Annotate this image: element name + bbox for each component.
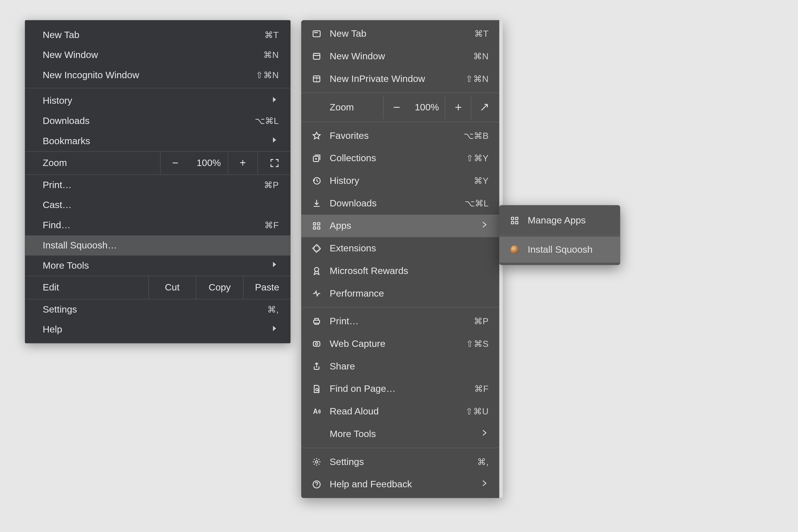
edge-print[interactable]: Print… ⌘P — [301, 310, 499, 333]
edge-zoom-plus[interactable] — [445, 95, 471, 119]
new-tab-icon — [311, 29, 323, 39]
edge-downloads-label: Downloads — [329, 198, 457, 209]
chrome-settings[interactable]: Settings ⌘, — [25, 300, 291, 320]
edge-settings-label: Settings — [329, 456, 470, 467]
print-icon — [311, 317, 323, 326]
chevron-right-icon — [270, 324, 279, 335]
edge-find-on-page[interactable]: Find on Page… ⌘F — [301, 378, 499, 400]
svg-point-19 — [316, 486, 317, 487]
minus-icon — [392, 103, 401, 112]
chrome-more-tools-label: More Tools — [42, 261, 263, 271]
minus-icon: − — [172, 157, 178, 169]
chrome-edit-label: Edit — [25, 277, 148, 299]
edge-new-tab[interactable]: New Tab ⌘T — [301, 23, 499, 45]
edge-more-tools[interactable]: More Tools — [301, 423, 499, 445]
edge-settings-shortcut: ⌘, — [477, 456, 489, 467]
chrome-zoom-plus[interactable]: + — [228, 152, 257, 174]
chrome-new-incognito-window[interactable]: New Incognito Window ⇧⌘N — [25, 65, 291, 86]
chevron-right-icon — [270, 95, 279, 106]
edge-new-inprivate-shortcut: ⇧⌘N — [466, 73, 489, 84]
star-icon — [311, 131, 323, 141]
chrome-bookmarks[interactable]: Bookmarks — [25, 131, 291, 151]
edge-new-tab-label: New Tab — [329, 28, 467, 39]
edge-web-capture-label: Web Capture — [329, 339, 459, 349]
edge-settings[interactable]: Settings ⌘, — [301, 451, 499, 473]
edge-share[interactable]: Share — [301, 355, 499, 378]
chrome-bookmarks-label: Bookmarks — [42, 136, 263, 146]
edge-print-shortcut: ⌘P — [474, 316, 489, 327]
svg-point-2 — [316, 33, 316, 33]
chrome-new-tab[interactable]: New Tab ⌘T — [25, 25, 291, 45]
plus-icon — [453, 103, 463, 112]
edge-zoom-minus[interactable] — [383, 95, 409, 119]
edge-help-and-feedback[interactable]: Help and Feedback — [301, 473, 499, 496]
chrome-menu[interactable]: New Tab ⌘T New Window ⌘N New Incognito W… — [25, 20, 291, 343]
chrome-history[interactable]: History — [25, 91, 291, 111]
svg-rect-0 — [313, 31, 320, 37]
chrome-cast-label: Cast… — [42, 200, 279, 210]
help-icon — [311, 480, 323, 489]
edge-zoom-value: 100% — [409, 102, 445, 113]
chrome-fullscreen[interactable] — [257, 152, 290, 174]
divider — [301, 93, 499, 93]
edge-new-inprivate-label: New InPrivate Window — [329, 73, 458, 84]
chrome-zoom-minus[interactable]: − — [160, 152, 190, 174]
chrome-print[interactable]: Print… ⌘P — [25, 175, 291, 195]
edge-performance[interactable]: Performance — [301, 282, 499, 305]
edge-favorites-shortcut: ⌥⌘B — [464, 130, 489, 141]
edge-downloads[interactable]: Downloads ⌥⌘L — [301, 192, 499, 215]
divider — [25, 88, 291, 88]
chrome-install-squoosh[interactable]: Install Squoosh… — [25, 235, 291, 255]
chevron-right-icon — [270, 261, 279, 271]
chrome-cast[interactable]: Cast… — [25, 195, 291, 215]
chrome-edit-copy[interactable]: Copy — [196, 277, 243, 299]
chrome-edit-paste-label: Paste — [255, 282, 279, 293]
history-icon — [311, 176, 323, 186]
chrome-find-shortcut: ⌘F — [264, 220, 279, 231]
edge-collections-label: Collections — [329, 153, 459, 164]
chrome-settings-shortcut: ⌘, — [267, 304, 279, 315]
edge-rewards-label: Microsoft Rewards — [329, 266, 488, 277]
chrome-edit-cut[interactable]: Cut — [148, 277, 195, 299]
edge-history[interactable]: History ⌘Y — [301, 169, 499, 192]
svg-rect-9 — [318, 223, 320, 225]
edge-new-window-shortcut: ⌘N — [473, 51, 489, 62]
chrome-downloads[interactable]: Downloads ⌥⌘L — [25, 111, 291, 131]
edge-favorites-label: Favorites — [329, 130, 456, 141]
edge-read-aloud-shortcut: ⇧⌘U — [466, 406, 489, 417]
edge-new-inprivate-window[interactable]: New InPrivate Window ⇧⌘N — [301, 68, 499, 90]
chrome-settings-label: Settings — [42, 304, 260, 315]
edge-favorites[interactable]: Favorites ⌥⌘B — [301, 125, 499, 147]
edge-read-aloud[interactable]: Read Aloud ⇧⌘U — [301, 400, 499, 423]
performance-icon — [311, 289, 323, 299]
chevron-right-icon — [480, 221, 488, 231]
edge-manage-apps[interactable]: Manage Apps — [499, 208, 620, 233]
edge-menu[interactable]: New Tab ⌘T New Window ⌘N New InPrivate W… — [301, 20, 503, 498]
edge-web-capture[interactable]: Web Capture ⇧⌘S — [301, 332, 499, 355]
chrome-help[interactable]: Help — [25, 320, 291, 340]
chrome-new-window-label: New Window — [42, 50, 256, 60]
edge-apps-submenu[interactable]: Manage Apps Install Squoosh — [499, 205, 620, 265]
edge-new-window[interactable]: New Window ⌘N — [301, 45, 499, 68]
edge-install-squoosh[interactable]: Install Squoosh — [499, 236, 620, 263]
chrome-more-tools[interactable]: More Tools — [25, 255, 291, 276]
chrome-new-tab-label: New Tab — [42, 30, 257, 40]
edge-apps[interactable]: Apps — [301, 215, 499, 237]
edge-find-shortcut: ⌘F — [474, 384, 489, 394]
inprivate-icon — [311, 74, 323, 84]
svg-rect-4 — [314, 54, 320, 59]
share-icon — [311, 362, 323, 371]
chrome-edit-paste[interactable]: Paste — [243, 277, 290, 299]
edge-extensions[interactable]: Extensions — [301, 237, 499, 260]
chrome-find[interactable]: Find… ⌘F — [25, 215, 291, 235]
edge-microsoft-rewards[interactable]: Microsoft Rewards — [301, 260, 499, 282]
chrome-zoom-value: 100% — [190, 158, 228, 168]
edge-share-label: Share — [329, 361, 488, 372]
divider — [301, 307, 499, 308]
chrome-print-label: Print… — [42, 179, 257, 190]
chevron-right-icon — [480, 479, 488, 490]
edge-collections[interactable]: Collections ⇧⌘Y — [301, 147, 499, 170]
chrome-new-window[interactable]: New Window ⌘N — [25, 45, 291, 65]
divider — [499, 235, 620, 235]
edge-fullscreen[interactable] — [471, 95, 497, 119]
